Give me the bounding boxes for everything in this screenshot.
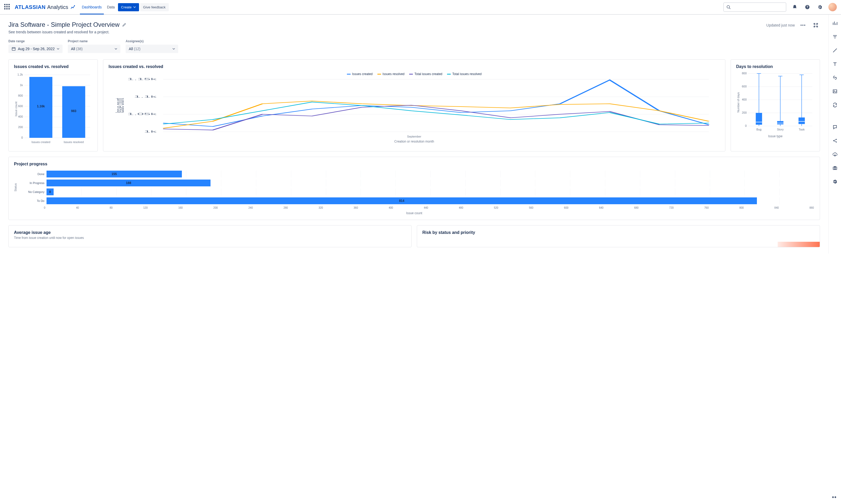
create-button[interactable]: Create — [118, 3, 139, 11]
svg-rect-46 — [756, 113, 762, 125]
notifications-icon[interactable] — [791, 3, 799, 11]
filter-date-value: Aug 29 - Sep 26, 2022 — [18, 47, 55, 51]
hbar-xlabel: Issue count — [14, 211, 814, 215]
rail-share-icon[interactable] — [831, 137, 839, 145]
settings-icon[interactable] — [816, 3, 824, 11]
rail-comment-icon[interactable] — [831, 123, 839, 131]
legend-item-label: Total issues created — [414, 72, 442, 76]
rail-chart-icon[interactable] — [831, 19, 839, 27]
exit-fullscreen-icon[interactable] — [811, 21, 820, 30]
rail-cloud-download-icon[interactable] — [831, 150, 839, 159]
filter-label-project: Project name — [68, 39, 120, 43]
card-title: Issues created vs. resolved — [14, 64, 92, 69]
svg-text:Number of days: Number of days — [737, 92, 740, 113]
legend-item-label: Issues created — [352, 72, 373, 76]
svg-text:200: 200 — [742, 111, 746, 114]
card-title: Average issue age — [14, 230, 406, 235]
svg-point-62 — [833, 140, 834, 141]
brand-word-primary: ATLASSIAN — [15, 4, 46, 10]
legend-item-label: Total issues resolved — [452, 72, 481, 76]
svg-rect-3 — [12, 48, 15, 50]
line-chart: 1k1.05k1.1k1.15kIssue count — [108, 78, 720, 133]
page-title: Jira Software - Simple Project Overview — [8, 21, 120, 28]
rail-camera-icon[interactable] — [831, 164, 839, 172]
svg-text:0: 0 — [745, 124, 746, 127]
svg-text:983: 983 — [71, 109, 76, 113]
page-header: Jira Software - Simple Project Overview … — [8, 21, 820, 34]
create-button-label: Create — [121, 5, 132, 9]
svg-text:?: ? — [806, 5, 808, 9]
svg-point-64 — [836, 142, 837, 143]
page-subtitle: See trends between issues created and re… — [8, 30, 126, 34]
svg-text:600: 600 — [18, 105, 23, 108]
nav-tab-dashboards[interactable]: Dashboards — [80, 0, 104, 14]
line-legend: Issues created Issues resolved Total iss… — [108, 72, 720, 76]
rail-line-icon[interactable] — [831, 46, 839, 55]
legend-item-label: Issues resolved — [383, 72, 405, 76]
box-plot: 0200400600800BugStoryTaskNumber of days — [736, 72, 815, 132]
product-logo[interactable]: ATLASSIAN Analytics — [15, 4, 76, 10]
rail-refresh-icon[interactable] — [831, 101, 839, 109]
card-subtitle: Time from issue creation until now for o… — [14, 236, 406, 240]
svg-text:Issues resolved: Issues resolved — [64, 141, 84, 144]
svg-point-0 — [727, 5, 730, 8]
search-icon — [726, 5, 731, 9]
line-xlabel: Creation or resolution month — [108, 140, 720, 143]
card-bar-created-resolved: Issues created vs. resolved 020040060080… — [8, 59, 98, 151]
rail-settings-icon[interactable] — [831, 177, 839, 186]
svg-text:Story: Story — [777, 128, 784, 131]
rail-filter-icon[interactable] — [831, 33, 839, 41]
svg-text:1.16k: 1.16k — [37, 105, 45, 108]
card-average-issue-age: Average issue age Time from issue creati… — [8, 225, 412, 247]
card-title: Issues created vs. resolved — [108, 64, 720, 69]
user-avatar[interactable] — [828, 3, 837, 11]
svg-text:Issues created: Issues created — [32, 141, 50, 144]
filter-bar: Date range Aug 29 - Sep 26, 2022 Project… — [8, 39, 820, 53]
card-lines-created-resolved: Issues created vs. resolved Issues creat… — [103, 59, 725, 151]
filter-date-range[interactable]: Aug 29 - Sep 26, 2022 — [8, 44, 63, 53]
card-project-progress: Project progress Status Done155In Progre… — [8, 157, 820, 220]
rail-image-icon[interactable] — [831, 87, 839, 95]
card-title: Days to resolution — [736, 64, 814, 69]
svg-text:1.05k: 1.05k — [127, 112, 157, 115]
top-navigation: ATLASSIAN Analytics Dashboards Data Crea… — [0, 0, 841, 15]
hbar-chart: Done155In Progress188No Category8To Do81… — [18, 169, 814, 205]
right-tool-rail — [828, 15, 841, 254]
search-input[interactable] — [723, 2, 786, 12]
rail-link-icon[interactable] — [831, 73, 839, 82]
chevron-down-icon — [172, 48, 175, 50]
svg-text:200: 200 — [18, 125, 23, 129]
svg-text:1.2k: 1.2k — [17, 73, 23, 76]
chevron-down-icon — [133, 6, 136, 8]
svg-text:400: 400 — [742, 98, 746, 101]
help-icon[interactable]: ? — [803, 3, 811, 11]
app-switcher-icon[interactable] — [4, 4, 11, 10]
svg-point-63 — [836, 139, 837, 140]
svg-text:800: 800 — [18, 94, 23, 97]
chevron-down-icon — [115, 48, 117, 50]
risk-heatmap-preview — [778, 242, 820, 247]
line-xtick: September — [108, 135, 720, 138]
card-days-to-resolution: Days to resolution 0200400600800BugStory… — [731, 59, 820, 151]
svg-text:1k: 1k — [144, 130, 157, 133]
analytics-logo-icon — [70, 4, 76, 10]
give-feedback-button[interactable]: Give feedback — [140, 3, 169, 11]
brand-word-secondary: Analytics — [47, 4, 68, 10]
svg-text:Bug: Bug — [756, 128, 762, 131]
svg-text:1.1k: 1.1k — [134, 95, 157, 98]
hbar-x-ticks: 0408012016020024028032036040044048052056… — [44, 206, 814, 209]
rail-text-icon[interactable] — [831, 60, 839, 68]
card-title: Risk by status and priority — [422, 230, 814, 235]
svg-rect-56 — [799, 118, 805, 124]
filter-project[interactable]: All (38) — [68, 44, 120, 53]
svg-text:800: 800 — [742, 72, 746, 75]
edit-title-icon[interactable] — [122, 22, 126, 27]
nav-tab-data[interactable]: Data — [105, 0, 117, 14]
svg-text:Issue count: Issue count — [15, 102, 18, 116]
more-actions-icon[interactable]: ••• — [799, 21, 807, 30]
bar-chart: 02004006008001k1.2k1.16kIssues created98… — [14, 72, 93, 146]
filter-label-assignee: Assignee(s) — [126, 39, 178, 43]
filter-assignee[interactable]: All (12) — [126, 44, 178, 53]
box-xlabel: Issue type — [736, 134, 814, 138]
svg-point-61 — [834, 91, 835, 91]
